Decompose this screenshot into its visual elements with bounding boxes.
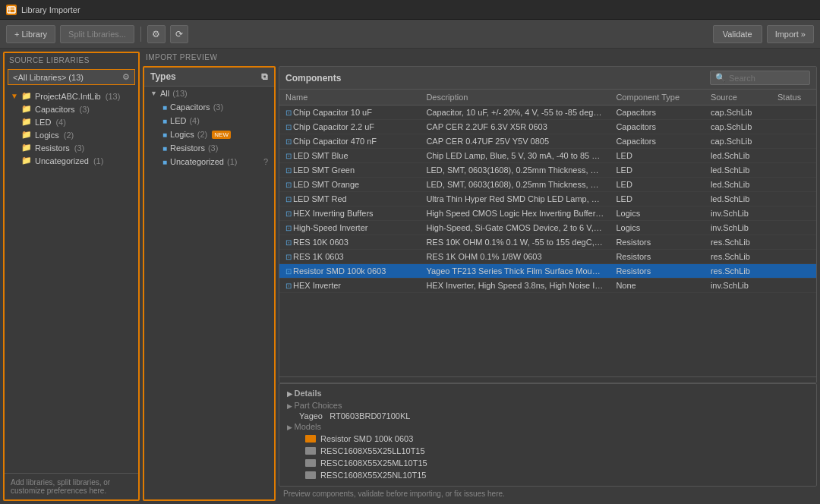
type-item-resistors[interactable]: ■ Resistors (3) <box>144 141 274 155</box>
details-panel: Details Part Choices Yageo RT0603BRD0710… <box>279 383 817 487</box>
expand-icon: ▼ <box>150 90 157 97</box>
table-row[interactable]: ⊡Resistor SMD 100k 0603 Yageo TF213 Seri… <box>279 264 816 279</box>
table-row[interactable]: ⊡HEX Inverting Buffers High Speed CMOS L… <box>279 206 816 221</box>
cell-type: LED <box>610 149 704 163</box>
tree-root[interactable]: ▼ 📁 ProjectABC.IntLib (13) <box>5 90 138 102</box>
type-label: LED <box>170 116 186 125</box>
type-label: Resistors <box>170 143 205 153</box>
cell-source: cap.SchLib <box>705 120 771 134</box>
component-icon: ⊡ <box>285 181 292 189</box>
model-name: Resistor SMD 100k 0603 <box>320 434 413 443</box>
cell-name: ⊡Chip Capacitor 2.2 uF <box>279 120 420 134</box>
tree-item-count: (3) <box>74 143 84 153</box>
components-table-wrap[interactable]: Name Description Component Type Source S… <box>279 90 816 376</box>
source-libraries-panel: SOURCE LIBRARIES <All Libraries> (13) ⚙ … <box>3 52 140 501</box>
components-panel: Components 🔍 Name Description <box>279 66 817 383</box>
library-selector[interactable]: <All Libraries> (13) ⚙ <box>8 69 135 85</box>
cell-name: ⊡LED SMT Blue <box>279 149 420 163</box>
import-button[interactable]: Import » <box>767 25 814 43</box>
type-count: (3) <box>213 102 223 112</box>
table-row[interactable]: ⊡RES 1K 0603 RES 1K OHM 0.1% 1/8W 0603 R… <box>279 250 816 264</box>
models-list: Resistor SMD 100k 0603 RESC1608X55X25LL1… <box>287 433 809 481</box>
source-libraries-label: SOURCE LIBRARIES <box>5 53 138 68</box>
settings-button[interactable]: ⚙ <box>147 25 166 43</box>
type-item-capacitors[interactable]: ■ Capacitors (3) <box>144 100 274 114</box>
cell-source: led.SchLib <box>705 178 771 192</box>
search-box[interactable]: 🔍 <box>710 71 810 85</box>
split-libraries-button[interactable]: Split Libraries... <box>60 25 134 43</box>
tree-item-count: (3) <box>80 105 90 114</box>
type-item-all[interactable]: ▼ All (13) <box>144 87 274 100</box>
type-item-logics[interactable]: ■ Logics (2) NEW <box>144 128 274 141</box>
type-icon: ■ <box>162 158 167 166</box>
cell-type: LED <box>610 178 704 192</box>
help-icon[interactable]: ? <box>263 157 268 166</box>
cell-name: ⊡HEX Inverter <box>279 279 420 293</box>
tree-item-label: Uncategorized <box>35 156 89 165</box>
components-table: Name Description Component Type Source S… <box>279 90 816 293</box>
cell-source: led.SchLib <box>705 163 771 178</box>
model-name: RESC1608X55X25NL10T15 <box>320 471 426 480</box>
cell-description: Chip LED Lamp, Blue, 5 V, 30 mA, -40 to … <box>420 149 610 163</box>
cell-description: LED, SMT, 0603(1608), 0.25mm Thickness, … <box>420 178 610 192</box>
tree-item-led[interactable]: 📁 LED (4) <box>5 115 138 128</box>
cell-status <box>771 163 816 178</box>
cell-status <box>771 192 816 206</box>
type-count: (4) <box>189 116 199 125</box>
type-item-led[interactable]: ■ LED (4) <box>144 114 274 128</box>
model-icon <box>305 471 316 479</box>
cell-source: cap.SchLib <box>705 134 771 149</box>
cell-source: led.SchLib <box>705 192 771 206</box>
table-row[interactable]: ⊡LED SMT Green LED, SMT, 0603(1608), 0.2… <box>279 163 816 178</box>
type-count: (2) <box>197 130 207 139</box>
table-row[interactable]: ⊡RES 10K 0603 RES 10K OHM 0.1% 0.1 W, -5… <box>279 235 816 250</box>
table-row[interactable]: ⊡Chip Capacitor 2.2 uF CAP CER 2.2UF 6.3… <box>279 120 816 134</box>
details-title: Details <box>287 389 809 398</box>
title-bar: Library Importer <box>0 0 820 20</box>
component-icon: ⊡ <box>285 137 292 146</box>
cell-name: ⊡LED SMT Orange <box>279 178 420 192</box>
folder-icon: 📁 <box>21 117 32 127</box>
tree-item-capacitors[interactable]: 📁 Capacitors (3) <box>5 102 138 115</box>
horizontal-scroll[interactable] <box>279 376 816 383</box>
tree-item-logics[interactable]: 📁 Logics (2) <box>5 128 138 141</box>
cell-description: CAP CER 2.2UF 6.3V X5R 0603 <box>420 120 610 134</box>
folder-icon: 📁 <box>21 130 32 140</box>
table-row[interactable]: ⊡LED SMT Blue Chip LED Lamp, Blue, 5 V, … <box>279 149 816 163</box>
search-input[interactable] <box>729 74 805 83</box>
table-row[interactable]: ⊡High-Speed Inverter High-Speed, Si-Gate… <box>279 221 816 235</box>
type-icon: ■ <box>162 117 167 125</box>
model-name: RESC1608X55X25LL10T15 <box>320 446 425 455</box>
cell-name: ⊡Chip Capacitor 470 nF <box>279 134 420 149</box>
cell-description: RES 1K OHM 0.1% 1/8W 0603 <box>420 250 610 264</box>
tree-item-label: LED <box>35 118 51 127</box>
root-count: (13) <box>106 92 121 101</box>
table-row[interactable]: ⊡LED SMT Red Ultra Thin Hyper Red SMD Ch… <box>279 192 816 206</box>
source-panel-footer: Add libraries, split libraries, or custo… <box>5 473 138 499</box>
type-item-uncategorized[interactable]: ■ Uncategorized (1) ? <box>144 155 274 169</box>
cell-description: High Speed CMOS Logic Hex Inverting Buff… <box>420 206 610 221</box>
cell-source: inv.SchLib <box>705 279 771 293</box>
model-name: RESC1608X55X25ML10T15 <box>320 458 427 468</box>
tree-item-uncategorized[interactable]: 📁 Uncategorized (1) <box>5 154 138 167</box>
folder-icon: 📁 <box>21 104 32 114</box>
cell-status <box>771 279 816 293</box>
add-library-button[interactable]: + Library <box>6 25 55 43</box>
col-status: Status <box>771 90 816 106</box>
table-row[interactable]: ⊡Chip Capacitor 470 nF CAP CER 0.47UF 25… <box>279 134 816 149</box>
library-settings-icon[interactable]: ⚙ <box>122 72 130 82</box>
cell-status <box>771 221 816 235</box>
table-row[interactable]: ⊡LED SMT Orange LED, SMT, 0603(1608), 0.… <box>279 178 816 192</box>
types-filter-icon[interactable]: ⧉ <box>261 71 268 82</box>
tree-item-resistors[interactable]: 📁 Resistors (3) <box>5 141 138 154</box>
app-title: Library Importer <box>21 5 80 14</box>
validate-button[interactable]: Validate <box>713 25 762 43</box>
cell-type: LED <box>610 192 704 206</box>
cell-type: Capacitors <box>610 106 704 120</box>
table-row[interactable]: ⊡Chip Capacitor 10 uF Capacitor, 10 uF, … <box>279 106 816 120</box>
refresh-button[interactable]: ⟳ <box>170 25 188 43</box>
model-item: RESC1608X55X25LL10T15 <box>287 445 809 457</box>
col-name: Name <box>279 90 420 106</box>
table-row[interactable]: ⊡HEX Inverter HEX Inverter, High Speed 3… <box>279 279 816 293</box>
cell-description: High-Speed, Si-Gate CMOS Device, 2 to 6 … <box>420 221 610 235</box>
